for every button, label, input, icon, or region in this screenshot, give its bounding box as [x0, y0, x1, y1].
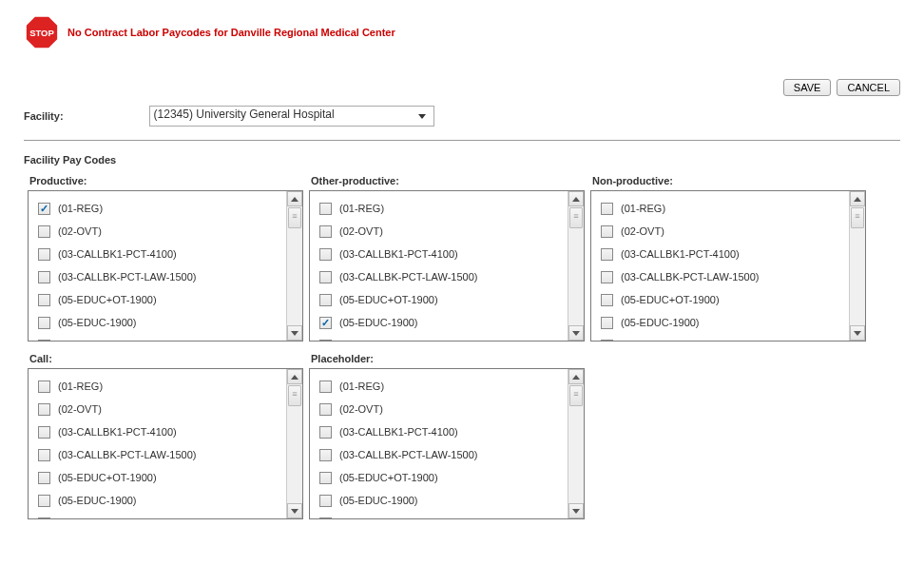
checkbox[interactable] — [319, 203, 332, 215]
list-item-label: (03-CALLBK-PCT-LAW-1500) — [621, 271, 760, 283]
list-item: (01-REG) — [38, 197, 276, 220]
list-item-label: (03-CALLBK-PCT-LAW-1500) — [339, 449, 478, 460]
scrollbar[interactable] — [568, 369, 584, 518]
list-item: (06-EIB-1400) — [319, 334, 557, 341]
scroll-thumb[interactable] — [569, 207, 583, 228]
checkbox[interactable] — [601, 225, 613, 238]
list-item: (02-OVT) — [319, 398, 557, 420]
panel-productive-list: (01-REG)(02-OVT)(03-CALLBK1-PCT-4100)(03… — [29, 191, 285, 341]
list-item-label: (05-EDUC-1900) — [339, 317, 418, 328]
divider — [24, 140, 900, 141]
checkbox[interactable] — [319, 317, 332, 329]
panel-other-productive: (01-REG)(02-OVT)(03-CALLBK1-PCT-4100)(03… — [309, 190, 585, 342]
list-item-label: (01-REG) — [58, 203, 103, 214]
panel-placeholder-label: Placeholder: — [311, 353, 587, 364]
checkbox[interactable] — [38, 340, 50, 342]
list-item-label: (03-CALLBK-PCT-LAW-1500) — [58, 449, 197, 460]
facility-select[interactable]: (12345) University General Hospital — [149, 106, 434, 127]
checkbox[interactable] — [38, 203, 50, 215]
checkbox[interactable] — [319, 403, 332, 416]
scroll-down-icon[interactable] — [287, 503, 302, 518]
list-item: (06-EIB-1400) — [38, 334, 276, 341]
checkbox[interactable] — [319, 449, 332, 461]
panel-call-label: Call: — [29, 353, 305, 364]
scroll-thumb[interactable] — [851, 207, 864, 228]
list-item-label: (05-EDUC+OT-1900) — [339, 294, 438, 305]
scroll-up-icon[interactable] — [568, 369, 584, 384]
list-item: (02-OVT) — [601, 220, 838, 243]
list-item: (03-CALLBK1-PCT-4100) — [601, 243, 838, 265]
scroll-down-icon[interactable] — [568, 325, 584, 341]
scroll-thumb[interactable] — [288, 207, 301, 228]
scroll-up-icon[interactable] — [287, 191, 302, 206]
scroll-up-icon[interactable] — [287, 369, 302, 384]
scroll-up-icon[interactable] — [568, 191, 584, 206]
checkbox[interactable] — [38, 381, 50, 393]
checkbox[interactable] — [38, 449, 50, 461]
list-item: (05-EDUC+OT-1900) — [601, 288, 838, 311]
checkbox[interactable] — [601, 248, 613, 261]
scrollbar[interactable] — [286, 191, 302, 341]
list-item: (03-CALLBK-PCT-LAW-1500) — [319, 443, 557, 466]
scrollbar[interactable] — [849, 191, 865, 341]
action-buttons: SAVE CANCEL — [24, 79, 900, 96]
checkbox[interactable] — [319, 472, 332, 484]
list-item-label: (05-EDUC-1900) — [339, 495, 418, 506]
list-item: (02-OVT) — [319, 220, 557, 243]
checkbox[interactable] — [38, 472, 50, 484]
checkbox[interactable] — [38, 317, 50, 329]
checkbox[interactable] — [319, 294, 332, 306]
checkbox[interactable] — [319, 248, 332, 261]
panel-non-productive-wrap: Non-productive: (01-REG)(02-OVT)(03-CALL… — [587, 175, 868, 353]
scroll-thumb[interactable] — [288, 385, 301, 406]
checkbox[interactable] — [319, 426, 332, 439]
checkbox[interactable] — [38, 403, 50, 416]
checkbox[interactable] — [38, 248, 50, 261]
checkbox[interactable] — [601, 294, 613, 306]
checkbox[interactable] — [601, 271, 613, 283]
panel-productive: (01-REG)(02-OVT)(03-CALLBK1-PCT-4100)(03… — [28, 190, 303, 342]
scroll-down-icon[interactable] — [568, 503, 584, 518]
checkbox[interactable] — [319, 517, 332, 519]
list-item-label: (02-OVT) — [58, 225, 102, 237]
list-item: (02-OVT) — [38, 398, 276, 420]
list-item: (01-REG) — [319, 197, 557, 220]
scrollbar[interactable] — [286, 369, 302, 518]
list-item-label: (03-CALLBK1-PCT-4100) — [339, 426, 458, 438]
list-item-label: (06-EIB-1400) — [58, 340, 124, 341]
list-item: (06-EIB-1400) — [319, 512, 557, 518]
panel-other-productive-label: Other-productive: — [311, 175, 587, 186]
checkbox[interactable] — [601, 317, 613, 329]
checkbox[interactable] — [38, 517, 50, 519]
checkbox[interactable] — [319, 381, 332, 393]
checkbox[interactable] — [319, 340, 332, 342]
panel-non-productive-list: (01-REG)(02-OVT)(03-CALLBK1-PCT-4100)(03… — [591, 191, 848, 341]
checkbox[interactable] — [319, 495, 332, 507]
panel-placeholder: (01-REG)(02-OVT)(03-CALLBK1-PCT-4100)(03… — [309, 368, 585, 519]
list-item: (06-EIB-1400) — [38, 512, 276, 518]
checkbox[interactable] — [38, 495, 50, 507]
checkbox[interactable] — [38, 271, 50, 283]
scroll-thumb[interactable] — [569, 385, 583, 406]
save-button[interactable]: SAVE — [783, 79, 832, 96]
list-item-label: (05-EDUC+OT-1900) — [58, 472, 157, 483]
scroll-up-icon[interactable] — [850, 191, 865, 206]
panel-non-productive-label: Non-productive: — [592, 175, 868, 186]
checkbox[interactable] — [601, 340, 613, 342]
checkbox[interactable] — [38, 225, 50, 238]
list-item: (03-CALLBK-PCT-LAW-1500) — [601, 265, 838, 288]
panel-placeholder-wrap: Placeholder: (01-REG)(02-OVT)(03-CALLBK1… — [305, 353, 587, 531]
panel-call-wrap: Call: (01-REG)(02-OVT)(03-CALLBK1-PCT-41… — [24, 353, 305, 531]
checkbox[interactable] — [319, 225, 332, 238]
list-item-label: (01-REG) — [339, 203, 384, 214]
scroll-down-icon[interactable] — [850, 325, 865, 341]
checkbox[interactable] — [38, 426, 50, 439]
list-item-label: (05-EDUC-1900) — [621, 317, 700, 328]
scroll-down-icon[interactable] — [287, 325, 302, 341]
cancel-button[interactable]: CANCEL — [837, 79, 900, 96]
scrollbar[interactable] — [568, 191, 584, 341]
list-item: (02-OVT) — [38, 220, 276, 243]
checkbox[interactable] — [601, 203, 613, 215]
checkbox[interactable] — [319, 271, 332, 283]
checkbox[interactable] — [38, 294, 50, 306]
